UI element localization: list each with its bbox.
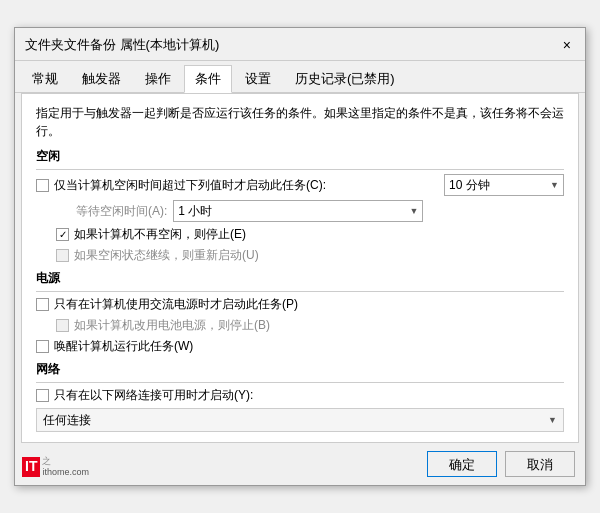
idle-row3: 如果空闲状态继续，则重新启动(U) (56, 247, 564, 264)
idle-check3[interactable] (56, 249, 69, 262)
power-row2: 如果计算机改用电池电源，则停止(B) (56, 317, 564, 334)
idle-row2: 如果计算机不再空闲，则停止(E) (56, 226, 564, 243)
dialog: 文件夹文件备份 属性(本地计算机) × 常规 触发器 操作 条件 设置 历史记录… (14, 27, 586, 486)
tab-conditions[interactable]: 条件 (184, 65, 232, 93)
idle-dropdown1-value: 10 分钟 (449, 177, 490, 194)
network-row1: 只有在以下网络连接可用时才启动(Y): (36, 387, 564, 404)
idle-check2[interactable] (56, 228, 69, 241)
power-check2[interactable] (56, 319, 69, 332)
title-bar: 文件夹文件备份 属性(本地计算机) × (15, 28, 585, 61)
power-row1: 只有在计算机使用交流电源时才启动此任务(P) (36, 296, 564, 313)
power-check2-label: 如果计算机改用电池电源，则停止(B) (74, 317, 270, 334)
power-divider (36, 291, 564, 292)
idle-dropdown2[interactable]: 1 小时 ▼ (173, 200, 423, 222)
tab-triggers[interactable]: 触发器 (71, 65, 132, 92)
idle-dropdown2-row: 等待空闲时间(A): 1 小时 ▼ (76, 200, 564, 222)
network-check1-label: 只有在以下网络连接可用时才启动(Y): (54, 387, 253, 404)
idle-check3-label: 如果空闲状态继续，则重新启动(U) (74, 247, 259, 264)
network-dropdown[interactable]: 任何连接 ▼ (36, 408, 564, 432)
idle-dropdown1-arrow: ▼ (550, 180, 559, 190)
footer: 确定 取消 (15, 443, 585, 485)
network-dropdown-value: 任何连接 (43, 412, 91, 429)
network-dropdown-arrow: ▼ (548, 415, 557, 425)
watermark-url: ithome.com (42, 467, 89, 478)
power-check3-label: 唤醒计算机运行此任务(W) (54, 338, 193, 355)
close-button[interactable]: × (559, 38, 575, 52)
tab-general[interactable]: 常规 (21, 65, 69, 92)
idle-check2-label: 如果计算机不再空闲，则停止(E) (74, 226, 246, 243)
idle-check1[interactable] (36, 179, 49, 192)
watermark-tagline: 之 (42, 456, 89, 467)
cancel-button[interactable]: 取消 (505, 451, 575, 477)
tab-bar: 常规 触发器 操作 条件 设置 历史记录(已禁用) (15, 61, 585, 93)
network-section-label: 网络 (36, 361, 564, 378)
tab-content: 指定用于与触发器一起判断是否应运行该任务的条件。如果这里指定的条件不是真，该任务… (21, 93, 579, 443)
tab-settings[interactable]: 设置 (234, 65, 282, 92)
dialog-title: 文件夹文件备份 属性(本地计算机) (25, 36, 219, 54)
idle-dropdown-label: 等待空闲时间(A): (76, 203, 167, 220)
idle-dropdown2-value: 1 小时 (178, 203, 212, 220)
tab-actions[interactable]: 操作 (134, 65, 182, 92)
idle-row1: 仅当计算机空闲时间超过下列值时才启动此任务(C): 10 分钟 ▼ (36, 174, 564, 196)
idle-dropdown1[interactable]: 10 分钟 ▼ (444, 174, 564, 196)
power-check1-label: 只有在计算机使用交流电源时才启动此任务(P) (54, 296, 298, 313)
description-text: 指定用于与触发器一起判断是否应运行该任务的条件。如果这里指定的条件不是真，该任务… (36, 104, 564, 140)
network-check1[interactable] (36, 389, 49, 402)
idle-dropdown2-arrow: ▼ (409, 206, 418, 216)
ok-button[interactable]: 确定 (427, 451, 497, 477)
idle-check1-label: 仅当计算机空闲时间超过下列值时才启动此任务(C): (54, 177, 326, 194)
idle-divider (36, 169, 564, 170)
watermark-it-label: IT (22, 457, 40, 477)
power-section-label: 电源 (36, 270, 564, 287)
power-row3: 唤醒计算机运行此任务(W) (36, 338, 564, 355)
tab-history[interactable]: 历史记录(已禁用) (284, 65, 406, 92)
network-divider (36, 382, 564, 383)
power-check3[interactable] (36, 340, 49, 353)
watermark: IT 之 ithome.com (22, 456, 89, 478)
power-check1[interactable] (36, 298, 49, 311)
idle-section-label: 空闲 (36, 148, 564, 165)
